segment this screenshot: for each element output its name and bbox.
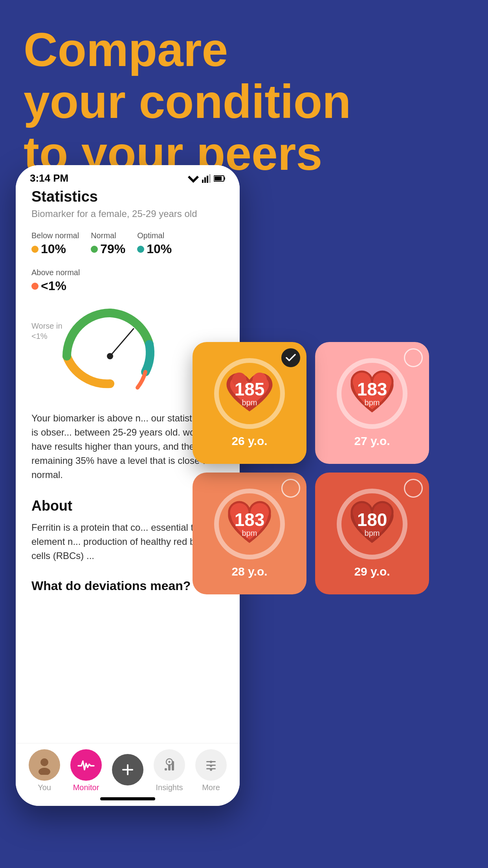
legend-below-normal: Below normal 10%: [31, 231, 79, 256]
bottom-nav: You Monitor: [16, 743, 240, 806]
status-icons: [188, 174, 226, 183]
legend-label-optimal: Optimal: [137, 231, 172, 240]
bpm-label-4: bpm: [357, 529, 387, 538]
status-time: 3:14 PM: [30, 172, 68, 184]
dot-teal: [137, 246, 144, 253]
legend-normal: Normal 79%: [91, 231, 125, 256]
nav-item-monitor[interactable]: Monitor: [70, 749, 102, 792]
nav-item-you[interactable]: You: [29, 749, 60, 792]
svg-point-11: [39, 768, 50, 775]
svg-point-18: [169, 761, 171, 763]
dot-yellow: [31, 246, 39, 253]
svg-rect-4: [209, 174, 211, 183]
peer-card-3[interactable]: 183 bpm 28 y.o.: [193, 473, 306, 594]
peer-card-2[interactable]: 183 bpm 27 y.o.: [315, 342, 429, 464]
legend-label-below: Below normal: [31, 231, 79, 240]
nav-label-more: More: [202, 783, 220, 792]
svg-rect-3: [207, 176, 208, 183]
insights-icon: [161, 757, 177, 773]
legend-value-normal: 79%: [91, 242, 125, 256]
statistics-subtitle: Biomarker for a female, 25-29 years old: [31, 208, 224, 219]
gauge-svg: [59, 305, 161, 399]
bpm-label-2: bpm: [357, 398, 387, 407]
monitor-icon-circle: [70, 749, 102, 781]
peer-age-3: 28 y.o.: [231, 565, 267, 578]
more-icon-circle: [195, 749, 227, 781]
heart-bpm-4: 180 bpm: [337, 489, 407, 559]
legend-value-above: <1%: [31, 279, 80, 293]
nav-item-add[interactable]: [112, 754, 143, 788]
svg-rect-2: [204, 177, 206, 183]
peer-card-1[interactable]: 185 bpm 26 y.o.: [193, 342, 306, 464]
legend-above: Above normal <1%: [31, 268, 80, 293]
bpm-value-3: 183: [235, 511, 265, 529]
svg-rect-24: [206, 768, 216, 769]
legend-value-below: 10%: [31, 242, 79, 256]
svg-marker-0: [188, 176, 199, 183]
legend-optimal: Optimal 10%: [137, 231, 172, 256]
heart-bpm-3: 183 bpm: [214, 489, 285, 559]
bpm-value-1: 185: [235, 380, 265, 398]
peer-age-1: 26 y.o.: [231, 434, 267, 448]
insights-icon-circle: [154, 749, 185, 781]
hero-title: Compare your condition to your peers: [24, 24, 351, 179]
dot-green: [91, 246, 98, 253]
person-icon: [35, 755, 54, 775]
status-bar: 3:14 PM: [16, 165, 240, 188]
nav-label-insights: Insights: [156, 783, 183, 792]
add-icon: [120, 762, 136, 778]
legend-row: Below normal 10% Normal 79% Optimal 10%: [31, 231, 224, 293]
you-avatar: [29, 749, 60, 781]
svg-rect-14: [165, 768, 167, 771]
nav-label-you: You: [38, 783, 51, 792]
bpm-label-1: bpm: [235, 398, 265, 407]
wifi-icon: [188, 174, 199, 183]
legend-label-normal: Normal: [91, 231, 125, 240]
dot-orange: [31, 283, 39, 290]
bpm-value-4: 180: [357, 511, 387, 529]
peer-age-2: 27 y.o.: [354, 434, 390, 448]
checkmark-icon: [286, 354, 296, 362]
legend-label-above: Above normal: [31, 268, 80, 277]
signal-icon: [202, 174, 211, 183]
svg-rect-1: [202, 180, 204, 183]
peer-card-4[interactable]: 180 bpm 29 y.o.: [315, 473, 429, 594]
peer-age-4: 29 y.o.: [354, 565, 390, 578]
svg-rect-23: [206, 765, 216, 766]
svg-rect-7: [215, 177, 222, 180]
nav-item-insights[interactable]: Insights: [154, 749, 185, 792]
nav-label-monitor: Monitor: [73, 783, 99, 792]
statistics-title: Statistics: [31, 188, 224, 205]
svg-point-9: [107, 353, 113, 359]
more-icon: [203, 757, 219, 773]
home-indicator: [100, 797, 155, 800]
bpm-value-2: 183: [357, 380, 387, 398]
peer-cards-grid: 185 bpm 26 y.o. 183 bpm 27 y.o.: [193, 342, 429, 594]
heart-bpm-2: 183 bpm: [337, 358, 407, 429]
bpm-label-3: bpm: [235, 529, 265, 538]
monitor-icon: [77, 758, 95, 772]
nav-item-more[interactable]: More: [195, 749, 227, 792]
svg-rect-6: [224, 177, 225, 180]
svg-point-10: [40, 758, 48, 766]
legend-value-optimal: 10%: [137, 242, 172, 256]
gauge-worse-label: Worse in <1%: [31, 321, 67, 341]
battery-icon: [214, 175, 226, 182]
svg-line-8: [110, 329, 134, 356]
heart-bpm-1: 185 bpm: [214, 358, 285, 429]
svg-rect-22: [206, 761, 216, 762]
add-icon-circle: [112, 754, 143, 785]
